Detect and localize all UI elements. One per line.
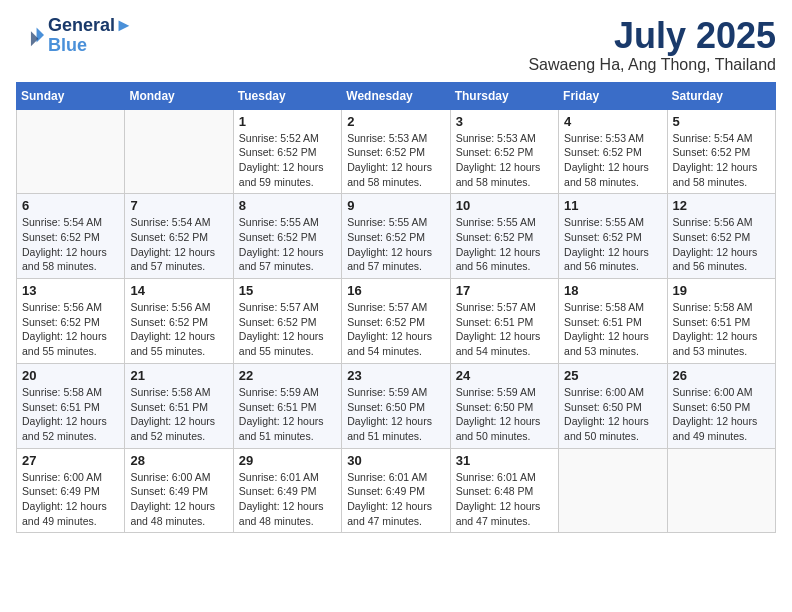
day-info: Sunrise: 5:55 AMSunset: 6:52 PMDaylight:… — [347, 215, 444, 274]
calendar-cell: 29Sunrise: 6:01 AMSunset: 6:49 PMDayligh… — [233, 448, 341, 533]
calendar-table: SundayMondayTuesdayWednesdayThursdayFrid… — [16, 82, 776, 534]
calendar-cell: 7Sunrise: 5:54 AMSunset: 6:52 PMDaylight… — [125, 194, 233, 279]
day-info: Sunrise: 5:55 AMSunset: 6:52 PMDaylight:… — [239, 215, 336, 274]
svg-marker-0 — [37, 27, 44, 42]
calendar-cell: 10Sunrise: 5:55 AMSunset: 6:52 PMDayligh… — [450, 194, 558, 279]
day-number: 17 — [456, 283, 553, 298]
month-title: July 2025 — [528, 16, 776, 56]
calendar-cell: 12Sunrise: 5:56 AMSunset: 6:52 PMDayligh… — [667, 194, 775, 279]
day-info: Sunrise: 5:54 AMSunset: 6:52 PMDaylight:… — [673, 131, 770, 190]
day-number: 11 — [564, 198, 661, 213]
weekday-header-sunday: Sunday — [17, 82, 125, 109]
day-number: 13 — [22, 283, 119, 298]
calendar-week-1: 1Sunrise: 5:52 AMSunset: 6:52 PMDaylight… — [17, 109, 776, 194]
day-info: Sunrise: 5:56 AMSunset: 6:52 PMDaylight:… — [673, 215, 770, 274]
day-number: 1 — [239, 114, 336, 129]
day-number: 20 — [22, 368, 119, 383]
day-info: Sunrise: 6:00 AMSunset: 6:49 PMDaylight:… — [22, 470, 119, 529]
day-info: Sunrise: 6:00 AMSunset: 6:49 PMDaylight:… — [130, 470, 227, 529]
day-number: 28 — [130, 453, 227, 468]
day-info: Sunrise: 5:57 AMSunset: 6:52 PMDaylight:… — [347, 300, 444, 359]
day-info: Sunrise: 5:54 AMSunset: 6:52 PMDaylight:… — [130, 215, 227, 274]
day-info: Sunrise: 5:59 AMSunset: 6:50 PMDaylight:… — [456, 385, 553, 444]
day-info: Sunrise: 5:55 AMSunset: 6:52 PMDaylight:… — [456, 215, 553, 274]
calendar-week-5: 27Sunrise: 6:00 AMSunset: 6:49 PMDayligh… — [17, 448, 776, 533]
calendar-cell: 19Sunrise: 5:58 AMSunset: 6:51 PMDayligh… — [667, 279, 775, 364]
calendar-cell: 8Sunrise: 5:55 AMSunset: 6:52 PMDaylight… — [233, 194, 341, 279]
title-block: July 2025 Sawaeng Ha, Ang Thong, Thailan… — [528, 16, 776, 74]
day-info: Sunrise: 5:59 AMSunset: 6:51 PMDaylight:… — [239, 385, 336, 444]
calendar-cell: 9Sunrise: 5:55 AMSunset: 6:52 PMDaylight… — [342, 194, 450, 279]
calendar-week-4: 20Sunrise: 5:58 AMSunset: 6:51 PMDayligh… — [17, 363, 776, 448]
logo-icon — [16, 22, 44, 50]
calendar-cell: 2Sunrise: 5:53 AMSunset: 6:52 PMDaylight… — [342, 109, 450, 194]
day-number: 30 — [347, 453, 444, 468]
calendar-cell: 6Sunrise: 5:54 AMSunset: 6:52 PMDaylight… — [17, 194, 125, 279]
day-number: 9 — [347, 198, 444, 213]
day-info: Sunrise: 6:00 AMSunset: 6:50 PMDaylight:… — [564, 385, 661, 444]
day-number: 10 — [456, 198, 553, 213]
calendar-cell: 11Sunrise: 5:55 AMSunset: 6:52 PMDayligh… — [559, 194, 667, 279]
day-info: Sunrise: 5:53 AMSunset: 6:52 PMDaylight:… — [564, 131, 661, 190]
day-number: 16 — [347, 283, 444, 298]
logo: General► Blue — [16, 16, 133, 56]
day-info: Sunrise: 5:54 AMSunset: 6:52 PMDaylight:… — [22, 215, 119, 274]
day-number: 18 — [564, 283, 661, 298]
calendar-cell: 3Sunrise: 5:53 AMSunset: 6:52 PMDaylight… — [450, 109, 558, 194]
day-number: 19 — [673, 283, 770, 298]
page-header: General► Blue July 2025 Sawaeng Ha, Ang … — [16, 16, 776, 74]
calendar-week-3: 13Sunrise: 5:56 AMSunset: 6:52 PMDayligh… — [17, 279, 776, 364]
calendar-cell: 20Sunrise: 5:58 AMSunset: 6:51 PMDayligh… — [17, 363, 125, 448]
day-info: Sunrise: 5:55 AMSunset: 6:52 PMDaylight:… — [564, 215, 661, 274]
day-number: 12 — [673, 198, 770, 213]
weekday-header-wednesday: Wednesday — [342, 82, 450, 109]
day-info: Sunrise: 5:58 AMSunset: 6:51 PMDaylight:… — [564, 300, 661, 359]
calendar-cell: 17Sunrise: 5:57 AMSunset: 6:51 PMDayligh… — [450, 279, 558, 364]
calendar-cell: 24Sunrise: 5:59 AMSunset: 6:50 PMDayligh… — [450, 363, 558, 448]
weekday-header-saturday: Saturday — [667, 82, 775, 109]
day-number: 21 — [130, 368, 227, 383]
calendar-cell — [667, 448, 775, 533]
day-info: Sunrise: 5:58 AMSunset: 6:51 PMDaylight:… — [130, 385, 227, 444]
calendar-cell: 1Sunrise: 5:52 AMSunset: 6:52 PMDaylight… — [233, 109, 341, 194]
calendar-cell: 30Sunrise: 6:01 AMSunset: 6:49 PMDayligh… — [342, 448, 450, 533]
calendar-week-2: 6Sunrise: 5:54 AMSunset: 6:52 PMDaylight… — [17, 194, 776, 279]
location-title: Sawaeng Ha, Ang Thong, Thailand — [528, 56, 776, 74]
calendar-cell: 13Sunrise: 5:56 AMSunset: 6:52 PMDayligh… — [17, 279, 125, 364]
day-info: Sunrise: 5:58 AMSunset: 6:51 PMDaylight:… — [673, 300, 770, 359]
day-number: 6 — [22, 198, 119, 213]
calendar-cell: 16Sunrise: 5:57 AMSunset: 6:52 PMDayligh… — [342, 279, 450, 364]
calendar-cell — [125, 109, 233, 194]
day-info: Sunrise: 6:01 AMSunset: 6:48 PMDaylight:… — [456, 470, 553, 529]
day-info: Sunrise: 5:57 AMSunset: 6:51 PMDaylight:… — [456, 300, 553, 359]
day-info: Sunrise: 5:56 AMSunset: 6:52 PMDaylight:… — [130, 300, 227, 359]
calendar-cell: 22Sunrise: 5:59 AMSunset: 6:51 PMDayligh… — [233, 363, 341, 448]
day-number: 4 — [564, 114, 661, 129]
day-number: 2 — [347, 114, 444, 129]
day-number: 25 — [564, 368, 661, 383]
calendar-cell: 14Sunrise: 5:56 AMSunset: 6:52 PMDayligh… — [125, 279, 233, 364]
calendar-cell: 23Sunrise: 5:59 AMSunset: 6:50 PMDayligh… — [342, 363, 450, 448]
day-number: 8 — [239, 198, 336, 213]
calendar-cell: 28Sunrise: 6:00 AMSunset: 6:49 PMDayligh… — [125, 448, 233, 533]
day-info: Sunrise: 6:00 AMSunset: 6:50 PMDaylight:… — [673, 385, 770, 444]
day-info: Sunrise: 5:56 AMSunset: 6:52 PMDaylight:… — [22, 300, 119, 359]
day-number: 27 — [22, 453, 119, 468]
day-info: Sunrise: 5:59 AMSunset: 6:50 PMDaylight:… — [347, 385, 444, 444]
calendar-cell: 27Sunrise: 6:00 AMSunset: 6:49 PMDayligh… — [17, 448, 125, 533]
calendar-cell: 18Sunrise: 5:58 AMSunset: 6:51 PMDayligh… — [559, 279, 667, 364]
day-number: 5 — [673, 114, 770, 129]
calendar-cell: 4Sunrise: 5:53 AMSunset: 6:52 PMDaylight… — [559, 109, 667, 194]
calendar-cell: 5Sunrise: 5:54 AMSunset: 6:52 PMDaylight… — [667, 109, 775, 194]
calendar-cell: 25Sunrise: 6:00 AMSunset: 6:50 PMDayligh… — [559, 363, 667, 448]
day-number: 22 — [239, 368, 336, 383]
day-info: Sunrise: 5:57 AMSunset: 6:52 PMDaylight:… — [239, 300, 336, 359]
day-number: 24 — [456, 368, 553, 383]
weekday-header-monday: Monday — [125, 82, 233, 109]
calendar-cell — [17, 109, 125, 194]
weekday-header-thursday: Thursday — [450, 82, 558, 109]
calendar-cell — [559, 448, 667, 533]
day-number: 14 — [130, 283, 227, 298]
day-number: 31 — [456, 453, 553, 468]
day-info: Sunrise: 5:58 AMSunset: 6:51 PMDaylight:… — [22, 385, 119, 444]
